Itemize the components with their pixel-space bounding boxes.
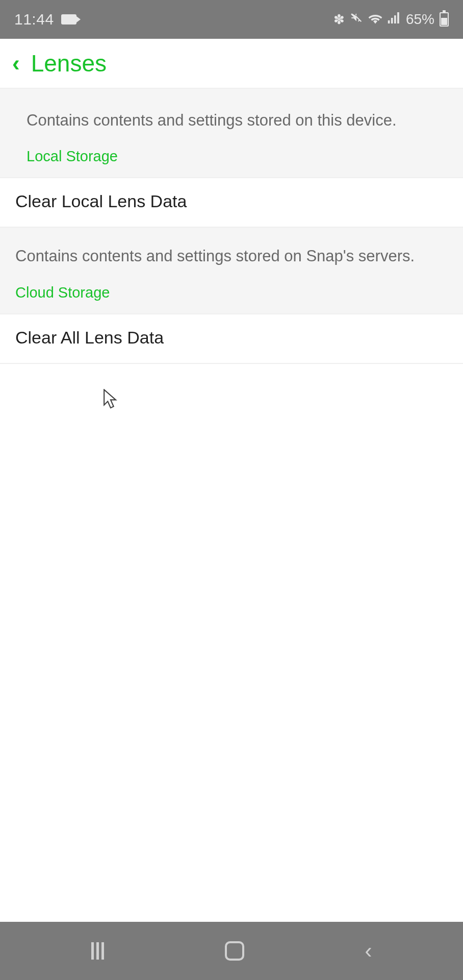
back-icon[interactable]: ‹ <box>12 52 20 75</box>
status-bar: 11:44 ✽ 65% <box>0 0 463 39</box>
system-nav-bar: ‹ <box>0 922 463 980</box>
battery-icon <box>440 12 449 27</box>
svg-rect-0 <box>388 20 390 23</box>
section-header-local: Contains contents and settings stored on… <box>0 89 463 178</box>
action-label: Clear All Lens Data <box>15 328 448 348</box>
camera-icon <box>61 14 76 24</box>
section-description: Contains contents and settings stored on… <box>15 246 448 266</box>
section-description: Contains contents and settings stored on… <box>27 110 448 131</box>
back-button[interactable]: ‹ <box>365 939 372 963</box>
home-button[interactable] <box>225 941 244 961</box>
status-right: ✽ 65% <box>333 11 449 28</box>
battery-percent: 65% <box>406 11 434 28</box>
signal-icon <box>388 12 401 27</box>
clear-local-lens-data-button[interactable]: Clear Local Lens Data <box>0 178 463 228</box>
status-left: 11:44 <box>14 11 76 28</box>
mute-icon <box>350 11 363 28</box>
section-label: Cloud Storage <box>15 284 448 301</box>
section-label: Local Storage <box>27 148 448 165</box>
section-header-cloud: Contains contents and settings stored on… <box>0 228 463 314</box>
main-content: Contains contents and settings stored on… <box>0 89 463 922</box>
status-time: 11:44 <box>14 11 54 28</box>
page-header: ‹ Lenses <box>0 39 463 89</box>
wifi-icon <box>368 12 382 28</box>
clear-all-lens-data-button[interactable]: Clear All Lens Data <box>0 314 463 364</box>
action-label: Clear Local Lens Data <box>15 191 448 211</box>
svg-rect-3 <box>397 12 399 23</box>
svg-rect-1 <box>391 18 393 23</box>
page-title: Lenses <box>31 50 107 77</box>
bluetooth-icon: ✽ <box>333 12 345 28</box>
svg-rect-2 <box>394 15 396 23</box>
recents-button[interactable] <box>91 942 104 960</box>
